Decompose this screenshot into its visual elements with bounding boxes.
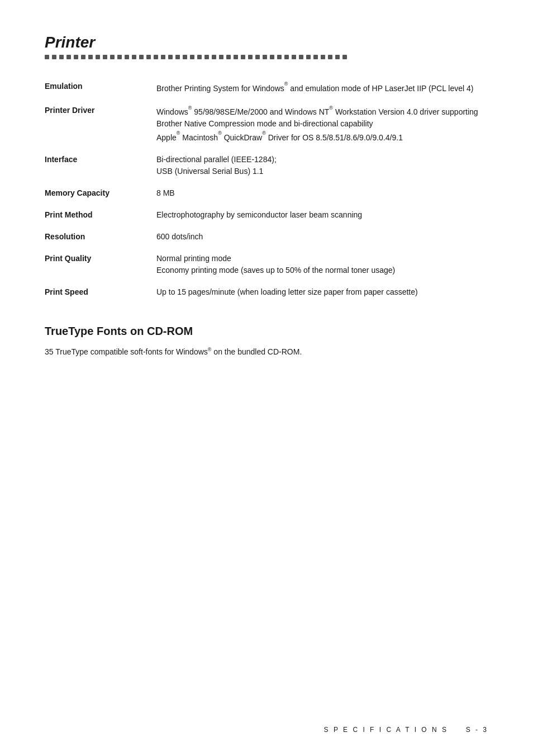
- divider-dot: [154, 55, 158, 59]
- table-row: Print SpeedUp to 15 pages/minute (when l…: [45, 281, 488, 303]
- divider-dot: [190, 55, 194, 59]
- subsection-title: TrueType Fonts on CD-ROM: [45, 325, 488, 338]
- footer-specs-label: S P E C I F I C A T I O N S S - 3: [324, 726, 488, 734]
- specs-table: EmulationBrother Printing System for Win…: [45, 75, 488, 303]
- divider-dot: [306, 55, 311, 59]
- table-row: Printer DriverWindows® 95/98/98SE/Me/200…: [45, 99, 488, 148]
- divider-dot: [125, 55, 129, 59]
- spec-label: Interface: [45, 148, 156, 182]
- divider-dot: [321, 55, 325, 59]
- table-row: Memory Capacity8 MB: [45, 182, 488, 204]
- page: Printer EmulationBrother Printing System…: [0, 0, 533, 756]
- table-row: Resolution600 dots/inch: [45, 225, 488, 247]
- subsection-text: 35 TrueType compatible soft-fonts for Wi…: [45, 346, 488, 358]
- divider-dot: [219, 55, 223, 59]
- spec-value: 8 MB: [156, 182, 488, 204]
- spec-value: Bi-directional parallel (IEEE-1284);USB …: [156, 148, 488, 182]
- spec-value: Normal printing modeEconomy printing mod…: [156, 247, 488, 281]
- divider-dot: [161, 55, 165, 59]
- divider-dot: [241, 55, 245, 59]
- spec-value: Windows® 95/98/98SE/Me/2000 and Windows …: [156, 99, 488, 148]
- divider-dot: [284, 55, 289, 59]
- spec-label: Resolution: [45, 225, 156, 247]
- divider-dot: [204, 55, 209, 59]
- spec-label: Print Speed: [45, 281, 156, 303]
- divider-dot: [139, 55, 144, 59]
- divider: [45, 55, 488, 59]
- divider-dot: [132, 55, 136, 59]
- divider-dot: [103, 55, 107, 59]
- table-row: Print MethodElectrophotography by semico…: [45, 204, 488, 225]
- divider-dot: [197, 55, 202, 59]
- divider-dot: [175, 55, 180, 59]
- divider-dot: [96, 55, 100, 59]
- spec-label: Print Quality: [45, 247, 156, 281]
- spec-value: Brother Printing System for Windows® and…: [156, 75, 488, 99]
- footer: S P E C I F I C A T I O N S S - 3: [324, 726, 488, 734]
- divider-dot: [168, 55, 173, 59]
- divider-dot: [255, 55, 260, 59]
- divider-dot: [110, 55, 115, 59]
- divider-dot: [212, 55, 216, 59]
- divider-dot: [52, 55, 56, 59]
- divider-dot: [248, 55, 253, 59]
- divider-dot: [226, 55, 231, 59]
- divider-dot: [183, 55, 187, 59]
- divider-dot: [299, 55, 303, 59]
- divider-dot: [81, 55, 85, 59]
- divider-dot: [292, 55, 296, 59]
- page-title: Printer: [45, 34, 488, 51]
- spec-label: Printer Driver: [45, 99, 156, 148]
- spec-value: Up to 15 pages/minute (when loading lett…: [156, 281, 488, 303]
- table-row: Print QualityNormal printing modeEconomy…: [45, 247, 488, 281]
- divider-dot: [335, 55, 340, 59]
- divider-dot: [88, 55, 93, 59]
- divider-dot: [270, 55, 274, 59]
- spec-label: Emulation: [45, 75, 156, 99]
- divider-dot: [277, 55, 282, 59]
- spec-label: Memory Capacity: [45, 182, 156, 204]
- divider-dot: [59, 55, 64, 59]
- spec-value: Electrophotography by semiconductor lase…: [156, 204, 488, 225]
- divider-dot: [117, 55, 122, 59]
- table-row: InterfaceBi-directional parallel (IEEE-1…: [45, 148, 488, 182]
- divider-dot: [342, 55, 347, 59]
- divider-dot: [66, 55, 71, 59]
- divider-dot: [328, 55, 332, 59]
- table-row: EmulationBrother Printing System for Win…: [45, 75, 488, 99]
- divider-dot: [45, 55, 49, 59]
- divider-dots: [45, 55, 347, 59]
- divider-dot: [146, 55, 151, 59]
- divider-dot: [263, 55, 267, 59]
- spec-value: 600 dots/inch: [156, 225, 488, 247]
- divider-dot: [234, 55, 238, 59]
- divider-dot: [74, 55, 78, 59]
- divider-dot: [313, 55, 318, 59]
- spec-label: Print Method: [45, 204, 156, 225]
